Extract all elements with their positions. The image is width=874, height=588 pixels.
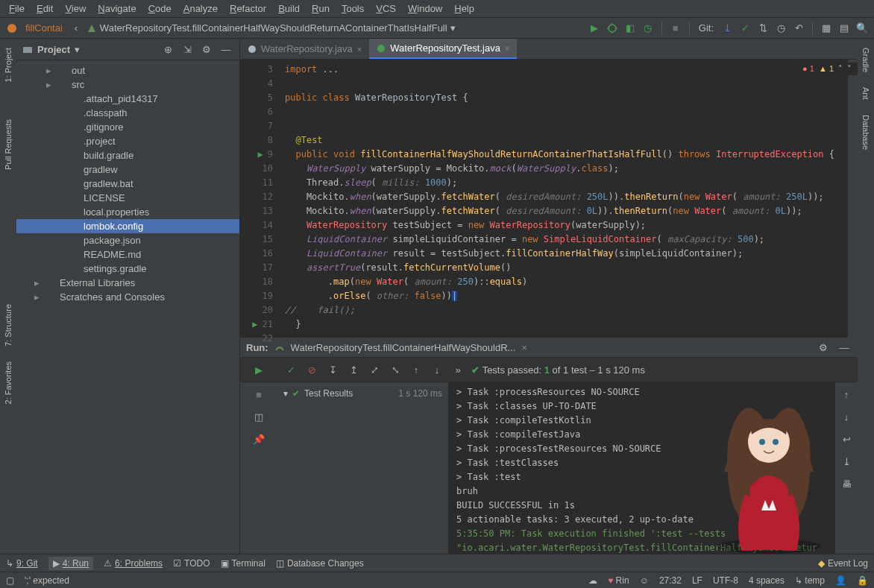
menu-navigate[interactable]: Navigate: [92, 1, 142, 16]
editor-tab-waterrepositorytest-java[interactable]: WaterRepositoryTest.java×: [369, 39, 517, 59]
run-config-crumb[interactable]: WaterRepositoryTest.fillContainerHalfWay…: [291, 342, 516, 353]
tree-item-local-properties[interactable]: local.properties: [16, 205, 239, 219]
scroll-top-icon[interactable]: ↑: [839, 387, 854, 402]
collapse-icon[interactable]: ⇲: [180, 42, 195, 57]
tab-git[interactable]: ↳ 9: Git: [6, 558, 38, 569]
status-user[interactable]: ♥ Rin: [608, 575, 629, 586]
tool-tab-database[interactable]: Database: [860, 110, 872, 154]
search-icon[interactable]: 🔍: [855, 21, 870, 36]
menu-code[interactable]: Code: [142, 1, 177, 16]
debug-icon[interactable]: [605, 21, 620, 36]
close-icon[interactable]: ×: [521, 342, 527, 353]
tab-run[interactable]: ▶ 4: Run: [48, 557, 93, 570]
tree-item-lombok-config[interactable]: lombok.config: [16, 219, 239, 233]
show-passed-icon[interactable]: ✓: [283, 362, 298, 377]
status-encoding[interactable]: UTF-8: [713, 575, 738, 586]
test-tree[interactable]: ▾ ✔ Test Results 1 s 120 ms: [277, 382, 449, 554]
git-commit-icon[interactable]: ✓: [738, 21, 752, 36]
tool-tab-project[interactable]: 1: Project: [2, 43, 14, 86]
status-indent[interactable]: 4 spaces: [749, 575, 785, 586]
menu-view[interactable]: View: [59, 1, 92, 16]
dropdown-icon[interactable]: ▾: [75, 44, 80, 55]
status-lock-icon[interactable]: 🔒: [857, 575, 868, 586]
tree-item--attach-pid14317[interactable]: .attach_pid14317: [16, 92, 239, 106]
sort-icon[interactable]: ↧: [325, 362, 340, 377]
tool-tab-structure[interactable]: 7: Structure: [2, 300, 14, 351]
tree-item-gradlew-bat[interactable]: gradlew.bat: [16, 177, 239, 191]
show-ignored-icon[interactable]: ⊘: [304, 362, 319, 377]
chevron-down-icon[interactable]: ▾: [283, 388, 288, 399]
tool-tab-pull-requests[interactable]: Pull Requests: [2, 115, 14, 174]
code-editor[interactable]: import ... public class WaterRepositoryT…: [277, 60, 847, 338]
project-tree[interactable]: ▸out▸src.attach_pid14317.classpath.gitig…: [16, 60, 239, 554]
editor-tab-waterrepository-java[interactable]: WaterRepository.java×: [240, 39, 369, 59]
tree-item-src[interactable]: ▸src: [16, 78, 239, 92]
close-icon[interactable]: ×: [357, 45, 362, 54]
gear-icon[interactable]: ⚙: [199, 42, 214, 57]
stop-icon[interactable]: ■: [251, 387, 266, 402]
main-menu[interactable]: FileEditViewNavigateCodeAnalyzeRefactorB…: [0, 0, 874, 18]
status-caret[interactable]: 27:32: [659, 575, 682, 586]
git-compare-icon[interactable]: ⇅: [755, 21, 770, 36]
menu-run[interactable]: Run: [306, 1, 336, 16]
locate-icon[interactable]: ⊕: [160, 42, 175, 57]
prev-failed-icon[interactable]: ↑: [409, 362, 424, 377]
menu-edit[interactable]: Edit: [31, 1, 59, 16]
hide-icon[interactable]: —: [837, 341, 852, 355]
git-update-icon[interactable]: ⤓: [720, 21, 735, 36]
tab-terminal[interactable]: ▣ Terminal: [221, 558, 265, 569]
tab-db-changes[interactable]: ◫ Database Changes: [276, 558, 364, 569]
gear-icon[interactable]: ⚙: [816, 341, 831, 355]
tool-tab-favorites[interactable]: 2: Favorites: [2, 357, 14, 408]
tree-item-package-json[interactable]: package.json: [16, 233, 239, 247]
tool-tab-gradle[interactable]: Gradle: [860, 43, 872, 77]
status-face-icon[interactable]: ☺: [640, 575, 649, 586]
menu-file[interactable]: File: [3, 1, 31, 16]
breadcrumb[interactable]: WaterRepositoryTest.fillContainerHalfWay…: [87, 22, 456, 34]
status-icon[interactable]: ▢: [6, 575, 14, 586]
layout-icon[interactable]: ◫: [251, 409, 266, 424]
sort2-icon[interactable]: ↥: [346, 362, 361, 377]
git-history-icon[interactable]: ◷: [773, 21, 788, 36]
tab-todo[interactable]: ☑ TODO: [173, 558, 210, 569]
tree-item-gradlew[interactable]: gradlew: [16, 162, 239, 177]
hide-icon[interactable]: —: [218, 42, 233, 57]
profile-icon[interactable]: ◷: [641, 21, 656, 36]
structure-icon[interactable]: ▤: [837, 21, 852, 36]
next-icon[interactable]: ˅: [847, 64, 852, 74]
inspections-widget[interactable]: ● 1 ▲ 1 ˄ ˅: [796, 63, 858, 75]
editor-scrollbar[interactable]: [847, 60, 858, 338]
run-config-name[interactable]: fillContai: [22, 22, 66, 34]
tree-item-scratches-and-consoles[interactable]: ▸Scratches and Consoles: [16, 290, 239, 304]
tree-item-out[interactable]: ▸out: [16, 63, 239, 78]
menu-build[interactable]: Build: [272, 1, 306, 16]
tree-item-external-libraries[interactable]: ▸External Libraries: [16, 276, 239, 290]
layout-icon[interactable]: ▦: [819, 21, 834, 36]
status-inspect-icon[interactable]: 👤: [835, 575, 846, 586]
tab-event-log[interactable]: ◆ Event Log: [818, 558, 868, 569]
pin-icon[interactable]: 📌: [251, 431, 266, 446]
dropdown-icon[interactable]: ▾: [450, 22, 456, 34]
rerun-icon[interactable]: ▶: [251, 362, 266, 377]
next-failed-icon[interactable]: ↓: [430, 362, 444, 377]
menu-vcs[interactable]: VCS: [370, 1, 402, 16]
status-trust-icon[interactable]: ☁: [588, 575, 597, 586]
tab-problems[interactable]: ⚠ 6: Problems: [104, 558, 163, 569]
tree-item-license[interactable]: LICENSE: [16, 191, 239, 205]
menu-tools[interactable]: Tools: [336, 1, 370, 16]
menu-window[interactable]: Window: [402, 1, 448, 16]
editor-gutter[interactable]: 345678▶91011121314151617181920▶2122: [240, 60, 277, 338]
tree-item-readme-md[interactable]: README.md: [16, 247, 239, 262]
git-revert-icon[interactable]: ↶: [791, 21, 806, 36]
tree-item-build-gradle[interactable]: build.gradle: [16, 148, 239, 162]
tree-item-settings-gradle[interactable]: settings.gradle: [16, 262, 239, 276]
console-output[interactable]: > Task :processResources NO-SOURCE> Task…: [449, 382, 835, 554]
scroll-end-icon[interactable]: ⤓: [839, 454, 854, 469]
close-icon[interactable]: ×: [505, 44, 509, 53]
menu-analyze[interactable]: Analyze: [177, 1, 224, 16]
more-icon[interactable]: »: [450, 362, 465, 377]
stop-icon[interactable]: ■: [668, 21, 683, 36]
status-branch[interactable]: ↳ temp: [795, 575, 825, 586]
print-icon[interactable]: 🖶: [839, 476, 854, 491]
tree-item--gitignore[interactable]: .gitignore: [16, 120, 239, 134]
